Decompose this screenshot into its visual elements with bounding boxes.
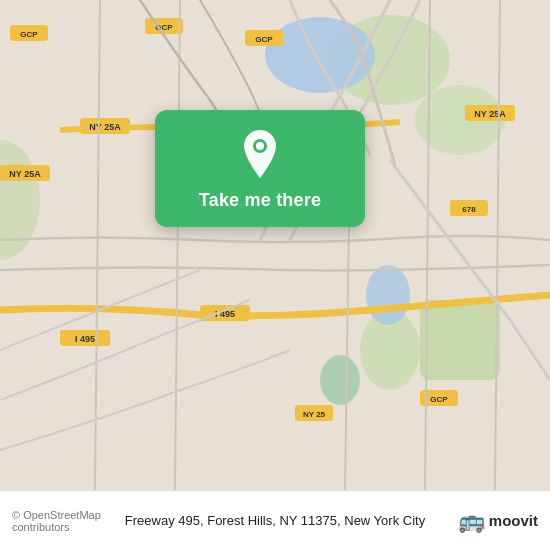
svg-point-4	[320, 355, 360, 405]
svg-point-7	[265, 17, 375, 93]
bottom-bar: © OpenStreetMap contributors Freeway 495…	[0, 490, 550, 550]
svg-point-34	[256, 142, 264, 150]
svg-rect-5	[420, 300, 500, 380]
map-pin-icon	[238, 128, 282, 180]
map-svg: I 495 I 495 NY 25A NY 25A NY 25A GCP GCP…	[0, 0, 550, 490]
svg-text:I 495: I 495	[75, 334, 95, 344]
svg-text:678: 678	[462, 205, 476, 214]
moovit-bus-icon: 🚌	[458, 508, 485, 534]
take-me-there-card[interactable]: Take me there	[155, 110, 365, 227]
moovit-text: moovit	[489, 512, 538, 529]
address-text: Freeway 495, Forest Hills, NY 11375, New…	[117, 513, 433, 528]
svg-text:NY 25A: NY 25A	[9, 169, 41, 179]
copyright-text: © OpenStreetMap contributors	[12, 509, 117, 533]
map-view: I 495 I 495 NY 25A NY 25A NY 25A GCP GCP…	[0, 0, 550, 490]
svg-text:NY 25: NY 25	[303, 410, 326, 419]
svg-text:NY 25A: NY 25A	[89, 122, 121, 132]
take-me-there-label: Take me there	[199, 190, 321, 211]
svg-text:GCP: GCP	[20, 30, 38, 39]
svg-text:GCP: GCP	[255, 35, 273, 44]
moovit-logo: 🚌 moovit	[433, 508, 538, 534]
svg-point-8	[366, 265, 410, 325]
svg-text:GCP: GCP	[430, 395, 448, 404]
svg-text:NY 25A: NY 25A	[474, 109, 506, 119]
